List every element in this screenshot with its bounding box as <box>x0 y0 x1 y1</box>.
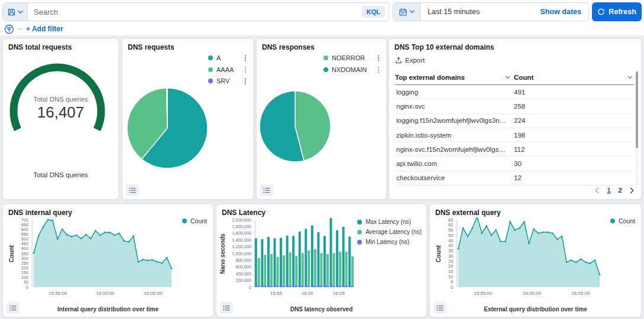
bar-max <box>330 218 332 287</box>
add-filter-link[interactable]: + Add filter <box>26 25 63 33</box>
data-point <box>137 261 139 263</box>
filter-menu-button[interactable] <box>4 24 14 34</box>
legend-actions-icon[interactable] <box>377 54 381 62</box>
data-point <box>580 258 582 260</box>
bar-avg <box>314 249 316 287</box>
area-fill <box>34 220 171 287</box>
svg-text:60: 60 <box>448 222 453 227</box>
data-point <box>114 235 115 236</box>
legend-item-NXDOMAIN[interactable]: NXDOMAIN <box>323 66 380 74</box>
column-header-count[interactable]: Count <box>514 74 634 81</box>
bar-max <box>336 230 338 287</box>
bar-min <box>286 286 292 287</box>
internal-query-chart[interactable]: 0501001502002503003504004505005506006507… <box>8 217 209 298</box>
legend-item-A[interactable]: A <box>208 54 247 62</box>
svg-text:0: 0 <box>249 285 251 290</box>
legend-actions-icon[interactable] <box>377 66 381 74</box>
legend-label: Min Latency (ns) <box>365 239 422 245</box>
legend-actions-icon[interactable] <box>244 66 248 74</box>
show-dates-link[interactable]: Show dates <box>541 3 588 21</box>
chevron-down-icon <box>410 10 415 14</box>
external-query-chart[interactable]: 0510152025303540455055606515:55:0016:00:… <box>435 217 637 298</box>
data-point <box>490 235 492 236</box>
svg-text:650: 650 <box>21 222 28 227</box>
refresh-button[interactable]: Refresh <box>592 2 642 21</box>
legend-item-count[interactable]: Count <box>182 217 207 224</box>
data-point <box>66 234 68 236</box>
calendar-button[interactable] <box>393 3 420 21</box>
svg-text:55: 55 <box>448 227 453 233</box>
legend-toggle-button[interactable] <box>126 184 139 196</box>
y-axis-line <box>456 220 458 287</box>
data-point <box>142 259 144 261</box>
scrollbar-thumb[interactable] <box>636 71 638 148</box>
bar-avg <box>295 256 297 287</box>
svg-text:30: 30 <box>448 253 453 259</box>
gauge-bottom-label: Total DNS queries <box>3 171 118 178</box>
svg-text:600: 600 <box>21 227 28 232</box>
legend-item-count[interactable]: Count <box>610 217 635 224</box>
saved-query-menu-button[interactable] <box>3 3 28 21</box>
svg-text:700: 700 <box>21 217 28 223</box>
bar-min <box>305 286 310 287</box>
count-cell: 30 <box>514 160 634 167</box>
time-range-value[interactable]: Last 15 minutes <box>420 3 541 21</box>
svg-text:16:00:00: 16:00:00 <box>523 291 542 296</box>
panel-title[interactable]: DNS external query <box>435 209 501 217</box>
legend-item-Average Latency (ns)[interactable]: Average Latency (ns) <box>357 229 422 235</box>
panel-dns-responses: DNS responses NOERRORNXDOMAIN <box>256 38 387 200</box>
data-point <box>71 236 73 237</box>
bar-max <box>323 236 326 287</box>
bar-max <box>342 227 345 287</box>
area-fill <box>458 217 600 287</box>
svg-text:10: 10 <box>448 274 453 279</box>
legend-item-Min Latency (ns)[interactable]: Min Latency (ns) <box>357 239 422 245</box>
kql-badge[interactable]: KQL <box>362 6 385 18</box>
legend-toggle-button[interactable] <box>260 184 273 196</box>
panel-title[interactable]: DNS Latency <box>222 209 266 217</box>
legend-toggle-button[interactable] <box>7 302 20 314</box>
data-point <box>509 221 511 223</box>
svg-text:350: 350 <box>21 251 28 256</box>
data-point <box>561 236 563 237</box>
data-point <box>533 228 535 230</box>
column-header-domains[interactable]: Top external domains <box>395 74 514 81</box>
panel-title[interactable]: DNS Top 10 external domains <box>394 43 494 51</box>
svg-text:100: 100 <box>21 275 28 280</box>
data-point <box>458 248 459 250</box>
panel-dns-total-requests: DNS total requests Total DNS queries 16,… <box>2 38 119 200</box>
bar-min <box>292 286 297 287</box>
bar-min <box>261 286 266 287</box>
legend-toggle-button[interactable] <box>220 302 233 314</box>
legend-item-SRV[interactable]: SRV <box>208 77 247 85</box>
time-picker: Last 15 minutes Show dates <box>393 2 589 21</box>
svg-text:16:05:00: 16:05:00 <box>144 291 163 296</box>
column-header-label: Count <box>514 74 533 81</box>
legend-dot <box>610 219 615 223</box>
table-row: zipkin.istio-system198 <box>395 128 634 142</box>
legend-item-NOERROR[interactable]: NOERROR <box>323 54 380 62</box>
data-point <box>171 268 173 269</box>
search-input[interactable] <box>28 3 362 21</box>
svg-text:150: 150 <box>21 270 28 275</box>
page-button-2[interactable]: 2 <box>619 187 622 194</box>
list-icon <box>9 305 17 311</box>
legend-actions-icon[interactable] <box>244 54 248 62</box>
legend-actions-icon[interactable] <box>244 77 248 85</box>
panel-title[interactable]: DNS total requests <box>8 43 72 51</box>
panel-title[interactable]: DNS requests <box>128 43 174 51</box>
legend-item-Max Latency (ns)[interactable]: Max Latency (ns) <box>357 219 422 225</box>
bar-min <box>280 286 285 287</box>
panel-title[interactable]: DNS responses <box>262 43 315 51</box>
previous-page-button[interactable] <box>595 187 599 194</box>
legend-item-AAAA[interactable]: AAAA <box>208 66 247 74</box>
page-button-1[interactable]: 1 <box>607 187 610 194</box>
export-button[interactable]: Export <box>395 57 425 64</box>
legend-dot <box>208 79 213 83</box>
next-page-button[interactable] <box>630 187 634 194</box>
legend-toggle-button[interactable] <box>433 302 446 314</box>
data-point <box>500 240 501 242</box>
panel-title[interactable]: DNS internal query <box>8 209 72 217</box>
svg-text:1,200,000: 1,200,000 <box>232 244 251 249</box>
table-row: api.twilio.com30 <box>395 157 634 171</box>
